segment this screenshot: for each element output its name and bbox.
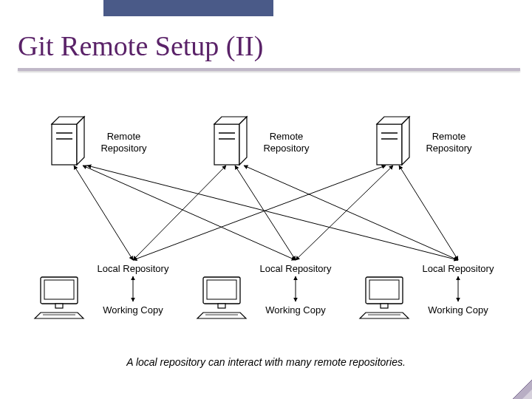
server-icon (377, 117, 409, 165)
svg-line-18 (399, 166, 458, 260)
svg-line-15 (244, 166, 458, 260)
svg-line-10 (74, 166, 133, 260)
slide: Git Remote Setup (II) RemoteRepository R… (0, 0, 532, 399)
svg-line-16 (133, 166, 386, 260)
monitor-icon (197, 277, 246, 318)
server-icon (214, 117, 247, 165)
local-working-connections (133, 276, 458, 301)
monitor-icon (360, 277, 409, 318)
svg-line-14 (235, 166, 296, 260)
svg-line-12 (87, 166, 458, 260)
server-icon (52, 117, 84, 165)
svg-line-17 (296, 166, 393, 260)
monitor-icon (35, 277, 83, 318)
svg-line-11 (83, 166, 296, 260)
remote-local-connections (74, 166, 458, 260)
svg-line-13 (133, 166, 226, 260)
diagram-svg (0, 0, 532, 399)
page-fold-icon (513, 380, 532, 399)
